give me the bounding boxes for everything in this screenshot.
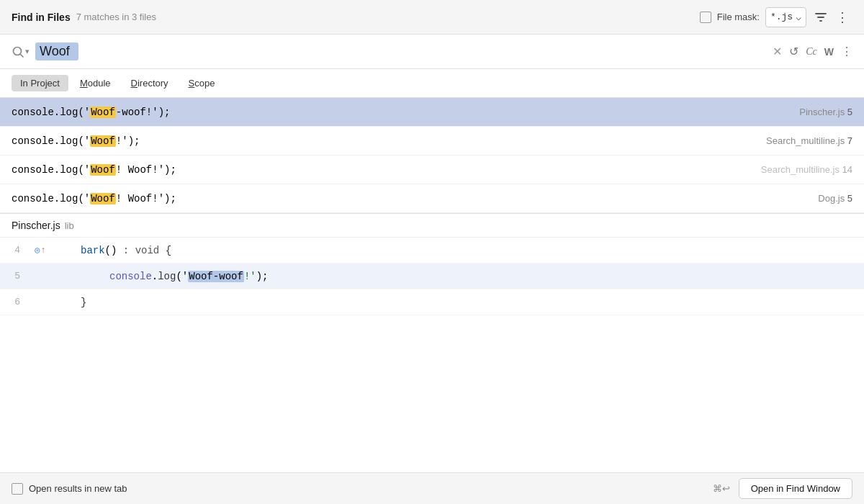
result-row-4[interactable]: console.log('Woof! Woof!'); Dog.js 5 xyxy=(0,184,864,213)
result-prefix-4: console.log(' xyxy=(12,193,90,204)
footer-bar: Open results in new tab ⌘↩ Open in Find … xyxy=(0,472,864,504)
result-highlight-4: Woof xyxy=(90,193,116,204)
file-mask-value: *.js xyxy=(770,12,793,22)
line-number-5: 5 xyxy=(0,271,29,282)
tab-directory[interactable]: Directory xyxy=(122,75,177,91)
code-line-5: 5 console.log('Woof-woof!'); xyxy=(0,264,864,289)
code-match-highlight: Woof-woof xyxy=(188,271,244,282)
result-file-info-1: Pinscher.js 5 xyxy=(799,107,852,117)
result-highlight-2: Woof xyxy=(90,135,116,147)
more-options-icon-button[interactable]: ⋮ xyxy=(832,7,852,27)
result-file-info-3: Search_multiline.js 14 xyxy=(761,164,852,175)
search-bar: ▾ Woof ✕ ↺ Cc W ⋮ xyxy=(0,35,864,69)
file-mask-label: File mask: xyxy=(717,12,760,22)
result-code-1: console.log('Woof-woof!'); xyxy=(12,107,170,118)
result-highlight-3: Woof xyxy=(90,164,116,176)
result-code-2: console.log('Woof!'); xyxy=(12,135,140,147)
open-new-tab-label: Open results in new tab xyxy=(29,483,127,494)
result-prefix-3: console.log(' xyxy=(12,164,90,176)
result-suffix-3: ! Woof!'); xyxy=(116,164,176,176)
gutter-icons-4: ◎ ↑ xyxy=(35,245,45,256)
find-in-files-title: Find in Files xyxy=(12,12,71,23)
code-section: Pinscher.js lib 4 ◎ ↑ bark() : void { 5 xyxy=(0,213,864,315)
filter-icon xyxy=(814,11,827,24)
tab-in-project[interactable]: In Project xyxy=(12,75,68,91)
open-find-window-button[interactable]: Open in Find Window xyxy=(739,478,852,499)
svg-point-0 xyxy=(14,47,22,55)
file-mask-checkbox[interactable] xyxy=(700,12,711,23)
code-line-6: 6 } xyxy=(0,289,864,315)
code-line-4: 4 ◎ ↑ bark() : void { xyxy=(0,238,864,264)
line-number-4: 4 xyxy=(0,245,29,256)
clear-search-icon[interactable]: ✕ xyxy=(773,45,782,58)
result-code-4: console.log('Woof! Woof!'); xyxy=(12,193,176,204)
result-suffix-2: !'); xyxy=(116,135,140,147)
line-number-6: 6 xyxy=(0,297,29,307)
case-sensitive-icon[interactable]: Cc xyxy=(806,46,817,58)
target-icon[interactable]: ◎ xyxy=(35,245,40,256)
result-suffix-1: -woof!'); xyxy=(116,107,171,118)
whole-word-icon[interactable]: W xyxy=(824,46,834,58)
search-icon xyxy=(12,45,24,58)
svg-line-1 xyxy=(21,54,24,57)
result-highlight-1: Woof xyxy=(90,107,116,118)
search-query[interactable]: Woof xyxy=(35,42,78,60)
tab-scope[interactable]: Scope xyxy=(180,75,224,91)
code-file-lib: lib xyxy=(65,220,74,231)
code-lines: 4 ◎ ↑ bark() : void { 5 console.log('Woo… xyxy=(0,238,864,315)
shortcut-hint: ⌘↩ xyxy=(713,483,730,494)
file-mask-input[interactable]: *.js ⌵ xyxy=(765,7,806,27)
code-line-4-content: bark() : void { xyxy=(52,245,171,256)
refresh-icon[interactable]: ↺ xyxy=(789,45,798,58)
file-mask-dropdown-arrow[interactable]: ⌵ xyxy=(796,12,801,23)
search-icon-wrap: ▾ xyxy=(12,45,30,58)
result-row-2[interactable]: console.log('Woof!'); Search_multiline.j… xyxy=(0,127,864,156)
search-dropdown-arrow[interactable]: ▾ xyxy=(25,47,30,56)
result-prefix-2: console.log(' xyxy=(12,135,90,147)
search-action-icons: ✕ ↺ Cc W ⋮ xyxy=(773,45,852,58)
more-search-icon[interactable]: ⋮ xyxy=(841,45,852,58)
tab-in-project-label: In Project xyxy=(20,78,60,89)
footer-right: ⌘↩ Open in Find Window xyxy=(713,478,852,499)
result-code-3: console.log('Woof! Woof!'); xyxy=(12,164,176,176)
code-file-name: Pinscher.js xyxy=(12,220,60,231)
code-line-5-content: console.log('Woof-woof!'); xyxy=(52,271,269,282)
arrow-up-icon: ↑ xyxy=(41,246,46,256)
result-prefix-1: console.log(' xyxy=(12,107,90,118)
result-row-1[interactable]: console.log('Woof-woof!'); Pinscher.js 5 xyxy=(0,98,864,127)
more-options-icon: ⋮ xyxy=(836,9,849,25)
tab-module[interactable]: Module xyxy=(71,75,120,91)
tab-module-label: Module xyxy=(80,78,111,89)
footer-left: Open results in new tab xyxy=(12,483,127,495)
match-count: 7 matches in 3 files xyxy=(76,12,700,22)
result-row-3[interactable]: console.log('Woof! Woof!'); Search_multi… xyxy=(0,156,864,184)
result-suffix-4: ! Woof!'); xyxy=(116,193,176,204)
header-bar: Find in Files 7 matches in 3 files File … xyxy=(0,0,864,35)
code-line-6-content: } xyxy=(52,297,86,308)
open-new-tab-checkbox[interactable] xyxy=(12,483,23,495)
results-area: console.log('Woof-woof!'); Pinscher.js 5… xyxy=(0,98,864,472)
scope-tabs: In Project Module Directory Scope xyxy=(0,69,864,98)
tab-scope-label: Scope xyxy=(189,78,215,89)
tab-directory-label: Directory xyxy=(131,78,168,89)
result-file-info-4: Dog.js 5 xyxy=(818,193,852,204)
line-gutter-4: ◎ ↑ xyxy=(29,245,52,256)
code-file-header: Pinscher.js lib xyxy=(0,214,864,238)
filter-icon-button[interactable] xyxy=(811,7,831,27)
result-file-info-2: Search_multiline.js 7 xyxy=(766,135,852,146)
